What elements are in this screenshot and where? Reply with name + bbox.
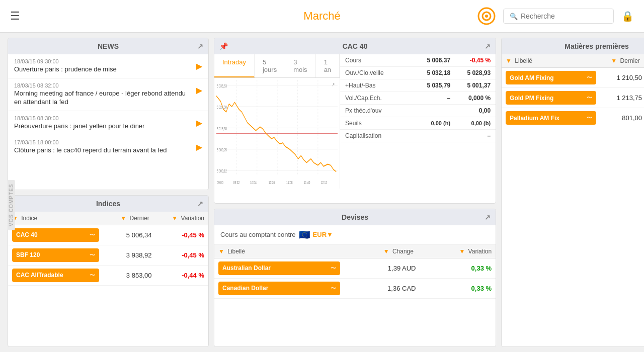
- cac40-capi-row: Capitalisation –: [340, 130, 496, 142]
- indices-row-1: SBF 120 〜 3 938,92 -0,45 %: [8, 245, 208, 266]
- devises-change-1: 1,36 CAD: [340, 285, 416, 292]
- matieres-var-0: 0,00 %: [642, 74, 644, 81]
- indices-expand-icon[interactable]: ↗: [197, 200, 203, 208]
- header: ☰ Marché 🔍 🔒: [0, 0, 644, 33]
- indices-table-body: CAC 40 〜 5 006,34 -0,45 % SBF 120 〜 3 93…: [8, 225, 208, 286]
- svg-text:5 018,38: 5 018,38: [217, 126, 227, 131]
- svg-text:09:32: 09:32: [233, 180, 240, 185]
- indices-panel-header: Indices ↗: [8, 196, 208, 212]
- cac40-content: Intraday 5 jours 3 mois 1 an: [214, 54, 496, 189]
- matieres-title: Matières premières: [565, 42, 629, 50]
- devises-row-1: Canadian Dollar 〜 1,36 CAD 0,33 %: [214, 279, 496, 299]
- indices-col-variation: ▼ Variation: [149, 215, 204, 222]
- matieres-name-0[interactable]: Gold AM Fixing 〜: [506, 71, 596, 84]
- matieres-row-0: Gold AM Fixing 〜 1 210,50 0,00 %: [502, 68, 644, 88]
- cac40-data-area: Cours 5 006,37 -0,45 % Ouv./Clo.veille 5…: [340, 54, 496, 189]
- cac40-cours-row: Cours 5 006,37 -0,45 %: [340, 54, 496, 67]
- main-content: NEWS ↗ 18/03/15 09:30:00 Ouverture paris…: [0, 33, 644, 352]
- matieres-panel-header: Matières premières ↗: [502, 38, 644, 54]
- devises-var-1: 0,33 %: [416, 285, 492, 292]
- w-icon-2: 〜: [90, 272, 95, 279]
- lock-icon[interactable]: 🔒: [621, 10, 634, 22]
- indices-col-indice: ▼ Indice: [12, 215, 95, 222]
- indices-name-0[interactable]: CAC 40 〜: [12, 228, 99, 242]
- devises-dropdown-icon[interactable]: ▼: [327, 231, 333, 238]
- svg-text:5 027,50: 5 027,50: [217, 104, 227, 110]
- news-date-3: 17/03/15 18:00:00: [14, 139, 192, 145]
- w-icon-0: 〜: [90, 231, 95, 239]
- svg-text:12:12: 12:12: [320, 180, 327, 185]
- search-icon: 🔍: [510, 13, 518, 20]
- devises-name-0[interactable]: Australian Dollar 〜: [218, 261, 340, 275]
- news-panel: NEWS ↗ 18/03/15 09:30:00 Ouverture paris…: [8, 38, 209, 190]
- menu-icon[interactable]: ☰: [10, 10, 20, 23]
- news-arrow-icon-0: ▶: [196, 61, 202, 71]
- cac40-chart-area: Intraday 5 jours 3 mois 1 an: [214, 54, 340, 189]
- indices-val-1: 3 938,92: [99, 251, 152, 259]
- news-panel-header: NEWS ↗: [8, 38, 208, 54]
- indices-name-2[interactable]: CAC AllTradable 〜: [12, 269, 99, 282]
- news-item-0[interactable]: 18/03/15 09:30:00 Ouverture paris : prud…: [8, 54, 208, 78]
- indices-val-2: 3 853,00: [99, 272, 152, 279]
- matieres-val-0: 1 210,50: [596, 74, 642, 81]
- matieres-val-2: 801,00: [596, 114, 642, 122]
- indices-var-0: -0,45 %: [151, 231, 204, 239]
- chart-tabs: Intraday 5 jours 3 mois 1 an: [214, 54, 340, 78]
- matieres-w-icon-2: 〜: [587, 114, 592, 122]
- eur-flag-icon: 🇪🇺: [299, 229, 310, 240]
- matieres-w-icon-0: 〜: [587, 74, 592, 81]
- svg-text:11:08: 11:08: [286, 180, 293, 185]
- devises-filter: Cours au comptant contre 🇪🇺 EUR ▼: [214, 225, 496, 245]
- news-title-2: Préouverture paris : janet yellen pour l…: [14, 122, 192, 131]
- page-title: Marché: [303, 10, 340, 23]
- cac40-panel-header: 📌 CAC 40 ↗: [214, 38, 496, 54]
- tab-1an[interactable]: 1 an: [316, 54, 340, 77]
- indices-row-0: CAC 40 〜 5 006,34 -0,45 %: [8, 225, 208, 245]
- tab-3mois[interactable]: 3 mois: [285, 54, 315, 77]
- cac40-ouv-row: Ouv./Clo.veille 5 032,18 5 028,93: [340, 67, 496, 79]
- matieres-row-1: Gold PM Fixing 〜 1 213,75 0,00 %: [502, 88, 644, 108]
- side-tab[interactable]: VOS COMPTES: [8, 180, 15, 230]
- devises-table-header: ▼ Libellé ▼ Change ▼ Variation: [214, 245, 496, 258]
- tab-intraday[interactable]: Intraday: [214, 54, 255, 77]
- news-item-1[interactable]: 18/03/15 08:32:00 Morning meeting aof fr…: [8, 78, 208, 111]
- search-input[interactable]: [521, 12, 607, 20]
- cac40-px-row: Px théo.d'ouv 0,00: [340, 105, 496, 117]
- app-logo-icon: [477, 7, 496, 25]
- middle-column: 📌 CAC 40 ↗ Intraday 5 jours 3 mois 1 an: [214, 38, 496, 347]
- cac40-expand-icon[interactable]: ↗: [485, 42, 491, 50]
- svg-text:↗: ↗: [332, 81, 335, 88]
- news-title: NEWS: [98, 42, 119, 50]
- news-arrow-icon-3: ▶: [196, 142, 202, 152]
- search-box[interactable]: 🔍: [503, 9, 614, 24]
- svg-text:5 009,25: 5 009,25: [217, 147, 227, 152]
- devises-expand-icon[interactable]: ↗: [485, 213, 491, 221]
- pin-icon[interactable]: 📌: [219, 42, 228, 50]
- devises-name-1[interactable]: Canadian Dollar 〜: [218, 282, 340, 295]
- news-expand-icon[interactable]: ↗: [197, 42, 203, 50]
- indices-panel: Indices ↗ ▼ Indice ▼ Dernier ▼ Variation: [8, 195, 209, 347]
- news-item-3[interactable]: 17/03/15 18:00:00 Clôture paris : le cac…: [8, 135, 208, 159]
- w-icon-1: 〜: [90, 251, 95, 259]
- matieres-col-dernier: ▼ Dernier: [592, 57, 640, 64]
- devises-var-0: 0,33 %: [416, 265, 492, 272]
- matieres-name-2[interactable]: Palladium AM Fix 〜: [506, 111, 596, 125]
- svg-text:10:04: 10:04: [250, 180, 257, 185]
- indices-row-2: CAC AllTradable 〜 3 853,00 -0,44 %: [8, 266, 208, 286]
- matieres-val-1: 1 213,75: [596, 94, 642, 102]
- devises-col-variation: ▼ Variation: [414, 248, 492, 255]
- news-list: 18/03/15 09:30:00 Ouverture paris : prud…: [8, 54, 208, 158]
- matieres-col-variation: ▼ Variation: [640, 57, 644, 64]
- news-arrow-icon-2: ▶: [196, 118, 202, 128]
- devises-w-icon-0: 〜: [331, 265, 336, 272]
- indices-name-1[interactable]: SBF 120 〜: [12, 248, 99, 262]
- cac40-chart-svg: 5 036,63 5 027,50 5 018,38 5 009,25 5 00…: [216, 80, 338, 187]
- tab-5jours[interactable]: 5 jours: [255, 54, 285, 77]
- news-item-2[interactable]: 18/03/15 08:30:00 Préouverture paris : j…: [8, 111, 208, 135]
- devises-col-libelle: ▼ Libellé: [218, 248, 336, 255]
- devises-table-body: Australian Dollar 〜 1,39 AUD 0,33 % Cana…: [214, 258, 496, 299]
- matieres-name-1[interactable]: Gold PM Fixing 〜: [506, 91, 596, 105]
- matieres-row-2: Palladium AM Fix 〜 801,00 0,00 %: [502, 108, 644, 128]
- matieres-var-2: 0,00 %: [642, 114, 644, 122]
- cac40-vol-row: Vol./Cap.Ech. – 0,000 %: [340, 92, 496, 105]
